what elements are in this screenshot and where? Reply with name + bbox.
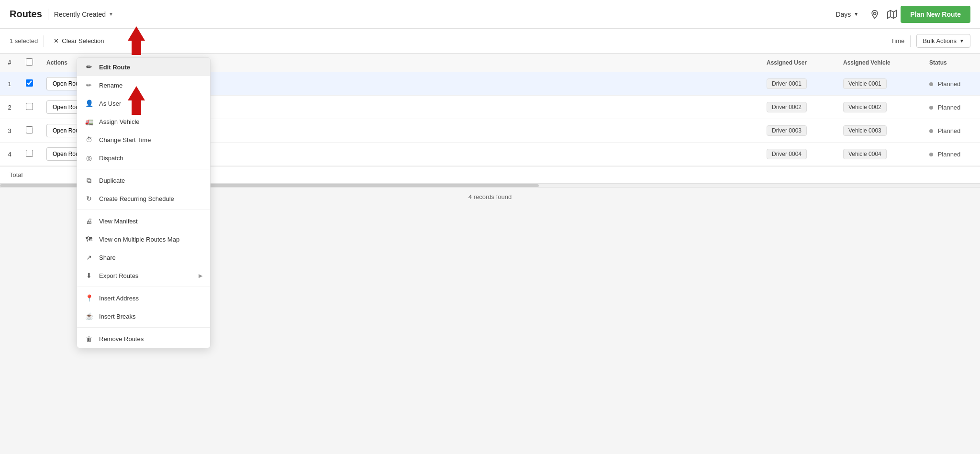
menu-item-label: As User: [99, 100, 121, 107]
menu-item-duplicate[interactable]: ⧉ Duplicate: [77, 171, 210, 189]
status-text: Planned: [938, 80, 961, 88]
row-status: Planned: [923, 143, 980, 166]
row-assigned-user: Driver 0001: [760, 72, 836, 96]
assigned-vehicle-tag: Vehicle 0001: [843, 78, 887, 89]
pencil-icon: ✏: [85, 81, 93, 89]
row-checkbox-cell: [19, 96, 40, 119]
row-assigned-user: Driver 0002: [760, 96, 836, 119]
location-icon: [870, 10, 880, 19]
menu-item-label: Assign Vehicle: [99, 118, 140, 125]
row-assigned-vehicle: Vehicle 0003: [836, 119, 923, 143]
row-spacer: [126, 96, 760, 119]
menu-item-label: Dispatch: [99, 155, 123, 162]
row-checkbox[interactable]: [26, 103, 33, 110]
row-status: Planned: [923, 72, 980, 96]
select-all-checkbox[interactable]: [26, 58, 33, 66]
col-header-spacer: [126, 54, 760, 72]
clock-icon: ⏱: [85, 135, 93, 144]
days-dropdown[interactable]: Days ▼: [835, 11, 858, 18]
assigned-user-tag: Driver 0004: [767, 149, 807, 159]
row-num: 1: [0, 72, 19, 96]
toolbar: 1 selected ✕ Clear Selection Time Bulk A…: [0, 29, 980, 54]
status-text: Planned: [938, 104, 961, 111]
clear-selection-button[interactable]: ✕ Clear Selection: [50, 35, 108, 46]
context-dropdown-menu: ✏ Edit Route ✏ Rename 👤 As User 🚛 Assign…: [77, 57, 211, 206]
row-assigned-user: Driver 0004: [760, 143, 836, 166]
col-header-status: Status: [923, 54, 980, 72]
row-checkbox-cell: [19, 72, 40, 96]
header-divider: [48, 9, 48, 20]
status-dot: [929, 106, 933, 110]
row-checkbox[interactable]: [26, 150, 33, 157]
records-count: 4 records found: [468, 193, 512, 200]
days-chevron-icon: ▼: [854, 11, 858, 17]
row-spacer: [126, 119, 760, 143]
bulk-chevron-icon: ▼: [959, 38, 964, 44]
assigned-user-tag: Driver 0003: [767, 125, 807, 136]
selected-count: 1 selected: [10, 37, 38, 44]
menu-item-label: Change Start Time: [99, 136, 151, 144]
page-title: Routes: [10, 9, 42, 20]
row-spacer: [126, 72, 760, 96]
menu-item-as-user[interactable]: 👤 As User: [77, 94, 210, 112]
assigned-vehicle-tag: Vehicle 0003: [843, 125, 887, 136]
clear-x-icon: ✕: [54, 37, 59, 44]
status-dot: [929, 82, 933, 86]
total-label: Total: [10, 171, 22, 178]
svg-marker-1: [888, 10, 896, 18]
status-dot: [929, 129, 933, 133]
header: Routes Recently Created ▼ Days ▼ Plan Ne…: [0, 0, 980, 29]
status-dot: [929, 153, 933, 156]
menu-item-label: Create Recurring Schedule: [99, 195, 174, 202]
row-assigned-vehicle: Vehicle 0001: [836, 72, 923, 96]
user-icon: 👤: [85, 99, 93, 108]
svg-point-0: [874, 12, 876, 14]
assigned-user-tag: Driver 0001: [767, 78, 807, 89]
menu-divider: [77, 169, 210, 169]
bulk-actions-button[interactable]: Bulk Actions ▼: [916, 34, 970, 48]
row-status: Planned: [923, 119, 980, 143]
location-button[interactable]: [866, 6, 883, 23]
row-checkbox[interactable]: [26, 126, 33, 133]
menu-item-dispatch[interactable]: ◎ Dispatch: [77, 149, 210, 167]
row-num: 2: [0, 96, 19, 119]
map-icon: [887, 10, 897, 19]
col-header-checkbox: [19, 54, 40, 72]
status-text: Planned: [938, 151, 961, 158]
col-header-num: #: [0, 54, 19, 72]
assigned-user-tag: Driver 0002: [767, 102, 807, 112]
truck-icon: 🚛: [85, 117, 93, 126]
status-text: Planned: [938, 127, 961, 134]
recurring-icon: ↻: [85, 194, 93, 203]
filter-chevron-icon: ▼: [109, 11, 113, 17]
row-assigned-vehicle: Vehicle 0004: [836, 143, 923, 166]
menu-item-assign-vehicle[interactable]: 🚛 Assign Vehicle: [77, 112, 210, 131]
menu-item-change-start-time[interactable]: ⏱ Change Start Time: [77, 131, 210, 149]
dispatch-icon: ◎: [85, 154, 93, 162]
col-header-assigned-vehicle: Assigned Vehicle: [836, 54, 923, 72]
plan-new-route-button[interactable]: Plan New Route: [901, 6, 970, 23]
col-header-assigned-user: Assigned User: [760, 54, 836, 72]
menu-item-rename[interactable]: ✏ Rename: [77, 76, 210, 94]
row-checkbox[interactable]: [26, 79, 33, 87]
menu-item-create-recurring[interactable]: ↻ Create Recurring Schedule: [77, 189, 210, 206]
filter-label: Recently Created: [54, 11, 106, 18]
copy-icon: ⧉: [85, 176, 93, 185]
row-checkbox-cell: [19, 119, 40, 143]
row-spacer: [126, 143, 760, 166]
bulk-label: Bulk Actions: [923, 37, 957, 44]
menu-item-label: Edit Route: [99, 64, 130, 71]
time-label: Time: [891, 37, 904, 44]
row-num: 3: [0, 119, 19, 143]
days-label: Days: [835, 11, 851, 18]
row-checkbox-cell: [19, 143, 40, 166]
menu-item-label: Duplicate: [99, 177, 125, 184]
toolbar-divider: [44, 35, 44, 47]
row-assigned-user: Driver 0003: [760, 119, 836, 143]
filter-dropdown[interactable]: Recently Created ▼: [54, 11, 113, 18]
map-button[interactable]: [883, 6, 901, 23]
row-status: Planned: [923, 96, 980, 119]
assigned-vehicle-tag: Vehicle 0004: [843, 149, 887, 159]
menu-item-edit-route[interactable]: ✏ Edit Route: [77, 58, 210, 76]
menu-item-label: Rename: [99, 82, 122, 89]
